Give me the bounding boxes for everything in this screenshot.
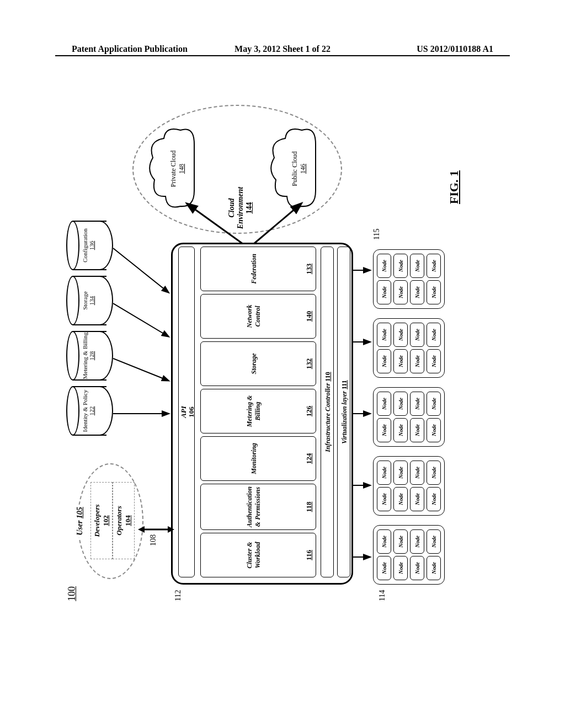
diagram-viewport: 100 User 105 Developers 102 Operators 10… [66,105,486,601]
svg-marker-1 [138,526,145,533]
label-114: 114 [378,590,387,601]
virtualization-layer-box: Virtualization layer 111 [337,247,350,577]
node-box: Node [393,280,408,304]
db-text: Metering & Billing [82,333,88,379]
figure-label: FIG. 1 [447,170,461,204]
svg-line-5 [113,358,168,381]
virt-ref: 111 [340,380,348,389]
db-ref: 122 [88,406,95,416]
infra-ref: 110 [324,372,332,381]
db-label: Metering & Billing 128 [82,331,95,381]
developers-ref: 102 [102,515,110,526]
node-box: Node [427,254,441,278]
node-group: NodeNodeNodeNodeNodeNodeNodeNode [373,525,445,585]
node-box: Node [393,323,408,347]
nodes-area: NodeNodeNodeNodeNodeNodeNodeNode NodeNod… [373,243,445,585]
module-label: Monitoring [250,443,258,474]
node-box: Node [410,392,424,416]
db-arrows-icon [113,226,174,425]
node-group: NodeNodeNodeNodeNodeNodeNodeNode [373,456,445,516]
node-box: Node [410,529,424,554]
module-label: Authentication & Permissions [246,486,262,527]
api-label: API [179,406,188,418]
svg-line-13 [188,204,243,244]
node-box: Node [427,529,441,554]
node-box: Node [377,418,391,442]
node-box: Node [410,349,424,373]
cloud-arrows-icon [177,188,309,248]
module-cluster-workload: Cluster & Workload116 [200,533,316,577]
db-label: Identity & Policy 122 [82,386,95,436]
node-box: Node [410,323,424,347]
module-label: Federation [250,254,258,284]
modules-row: Cluster & Workload116 Authentication & P… [200,247,316,577]
node-group: NodeNodeNodeNodeNodeNodeNodeNode [373,387,445,447]
node-box: Node [393,418,408,442]
node-box: Node [393,461,408,485]
page: Patent Application Publication May 3, 20… [0,0,565,728]
infra-label: Infrastructure Controller [324,383,332,452]
label-108: 108 [149,534,158,546]
header-divider [55,55,510,56]
db-text: Configuration [82,228,88,263]
node-box: Node [427,556,441,580]
module-metering-billing: Metering & Billing126 [200,389,316,433]
module-auth-permissions: Authentication & Permissions118 [200,484,316,530]
api-ref: 106 [187,406,195,417]
node-box: Node [393,349,408,373]
node-box: Node [377,529,391,554]
node-group: NodeNodeNodeNodeNodeNodeNodeNode [373,318,445,378]
node-box: Node [377,487,391,511]
node-box: Node [427,392,441,416]
operators-ref: 104 [124,515,132,526]
module-federation: Federation133 [200,247,316,291]
node-box: Node [427,323,441,347]
svg-line-6 [113,303,168,336]
operators-box: Operators 104 [113,482,135,559]
db-text: Identity & Policy [82,390,88,432]
node-box: Node [377,349,391,373]
node-box: Node [427,418,441,442]
header-right: US 2012/0110188 A1 [417,44,493,54]
node-box: Node [393,556,408,580]
db-label: Storage 134 [82,276,95,325]
node-box: Node [410,487,424,511]
controller-box: API 106 Cluster & Workload116 Authentica… [171,243,353,585]
header-center: May 3, 2012 Sheet 1 of 22 [234,44,331,54]
cloud-ref: 146 [299,164,307,174]
users-ellipse: User 105 Developers 102 Operators 104 [77,463,143,579]
db-ref: 134 [88,296,95,306]
node-arrows-icon [353,248,373,568]
db-label: Configuration 136 [82,221,95,270]
module-monitoring: Monitoring124 [200,436,316,481]
module-ref: 132 [305,358,313,370]
module-storage: Storage132 [200,341,316,386]
node-box: Node [427,280,441,304]
module-ref: 124 [305,453,313,464]
label-112: 112 [174,590,183,601]
module-label: Storage [250,353,258,374]
node-box: Node [427,461,441,485]
ref-100: 100 [66,586,78,601]
node-box: Node [410,280,424,304]
db-text: Storage [82,291,88,310]
module-ref: 133 [305,264,313,275]
node-box: Node [393,392,408,416]
node-box: Node [377,461,391,485]
label-115: 115 [372,229,381,240]
node-box: Node [410,254,424,278]
cloud-text: Private Cloud [169,151,177,187]
module-label: Metering & Billing [246,392,262,431]
figure-1-diagram: 100 User 105 Developers 102 Operators 10… [66,105,486,601]
users-title-ref: 105 [76,507,84,518]
infrastructure-controller-box: Infrastructure Controller 110 [321,247,334,577]
module-label: Network Control [246,297,262,336]
node-box: Node [377,280,391,304]
node-box: Node [427,487,441,511]
users-title-label: User [76,521,84,536]
page-header: Patent Application Publication May 3, 20… [0,44,565,54]
svg-line-7 [113,248,168,292]
module-label: Cluster & Workload [246,536,262,575]
module-ref: 116 [305,550,313,560]
operators-label: Operators [115,506,123,535]
